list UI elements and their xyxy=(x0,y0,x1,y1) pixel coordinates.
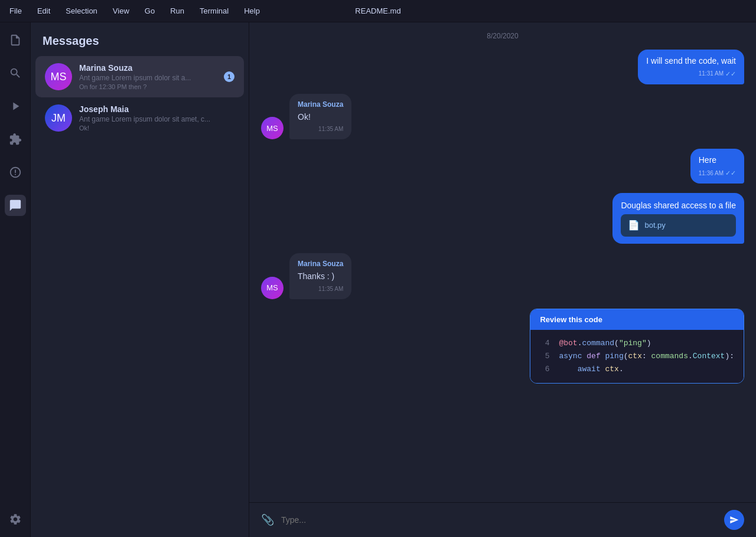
bubble-file: Douglas shared access to a file 📄 bot.py xyxy=(612,193,744,244)
menu-bar: File Edit Selection View Go Run Terminal… xyxy=(0,0,756,22)
file-caption: Douglas shared access to a file xyxy=(621,200,736,212)
unread-badge-marina: 1 xyxy=(224,71,234,82)
bubble-text-sent-1: I will send the code, wait xyxy=(646,55,736,67)
app-layout: Messages MS Marina Souza Ant game Lorem … xyxy=(0,22,756,537)
sidebar-title: Messages xyxy=(31,22,249,56)
menu-view[interactable]: View xyxy=(110,5,132,17)
activity-bar xyxy=(0,22,31,537)
chat-date: 8/20/2020 xyxy=(249,22,756,50)
filename: bot.py xyxy=(644,220,665,231)
window-title: README.md xyxy=(355,6,400,15)
activity-extensions[interactable] xyxy=(5,129,26,150)
bubble-text-sent-2: Here xyxy=(699,155,736,166)
bubble-time-sent-2: 11:36 AM ✓✓ xyxy=(699,169,736,178)
avatar-marina-msg: MS xyxy=(261,117,284,139)
avatar-marina: MS xyxy=(45,63,72,90)
bubble-sent-1: I will send the code, wait 11:31 AM ✓✓ xyxy=(638,50,744,84)
sidebar: Messages MS Marina Souza Ant game Lorem … xyxy=(31,22,249,537)
file-attachment[interactable]: 📄 bot.py xyxy=(621,214,736,237)
bubble-sender-2: Marina Souza xyxy=(298,259,343,269)
avatar-marina-msg-2: MS xyxy=(261,277,284,299)
contact-info-marina: Marina Souza Ant game Lorem ipsum dolor … xyxy=(79,63,217,90)
message-row-sent-1: I will send the code, wait 11:31 AM ✓✓ xyxy=(261,50,744,84)
bubble-time-received-1: 11:35 AM xyxy=(298,125,343,133)
check-double-icon-2: ✓✓ xyxy=(725,169,736,178)
bubble-sent-2: Here 11:36 AM ✓✓ xyxy=(690,149,744,184)
activity-chat[interactable] xyxy=(5,195,26,216)
bubble-sender-1: Marina Souza xyxy=(298,100,343,110)
code-content-5: async def ping(ctx: commands.Context): xyxy=(559,350,734,363)
menu-help[interactable]: Help xyxy=(242,5,262,17)
messages-container: I will send the code, wait 11:31 AM ✓✓ M… xyxy=(249,50,756,502)
menu-run[interactable]: Run xyxy=(168,5,187,17)
menu-go[interactable]: Go xyxy=(142,5,157,17)
contact-marina[interactable]: MS Marina Souza Ant game Lorem ipsum dol… xyxy=(35,56,244,97)
bubble-received-2: Marina Souza Thanks : ) 11:35 AM xyxy=(289,253,351,299)
code-review-bubble: Review this code 4 @bot.command("ping") … xyxy=(530,309,744,384)
bubble-time-sent-1: 11:31 AM ✓✓ xyxy=(646,70,736,78)
activity-files[interactable] xyxy=(5,30,26,51)
chat-area: 8/20/2020 I will send the code, wait 11:… xyxy=(249,22,756,537)
contact-name-marina: Marina Souza xyxy=(79,63,217,73)
attach-icon[interactable]: 📎 xyxy=(261,513,274,526)
bubble-text-received-2: Thanks : ) xyxy=(298,271,343,283)
bubble-text-received-1: Ok! xyxy=(298,112,343,123)
input-area: 📎 xyxy=(249,502,756,537)
code-block: 4 @bot.command("ping") 5 async def ping(… xyxy=(530,330,744,383)
message-row-received-2: MS Marina Souza Thanks : ) 11:35 AM xyxy=(261,253,744,299)
menu-edit[interactable]: Edit xyxy=(35,5,53,17)
contact-meta-marina: 1 xyxy=(224,71,234,82)
line-num-4: 4 xyxy=(540,337,549,350)
message-row-code: Review this code 4 @bot.command("ping") … xyxy=(261,309,744,384)
avatar-joseph: JM xyxy=(45,104,72,132)
code-line-5: 5 async def ping(ctx: commands.Context): xyxy=(540,350,734,363)
contact-status-joseph: Ok! xyxy=(79,125,234,132)
activity-settings[interactable] xyxy=(5,509,26,530)
line-num-6: 6 xyxy=(540,363,549,376)
contact-preview-joseph: Ant game Lorem ipsum dolor sit amet, c..… xyxy=(79,115,234,123)
message-input[interactable] xyxy=(281,515,717,525)
activity-run[interactable] xyxy=(5,96,26,117)
contact-name-joseph: Joseph Maia xyxy=(79,104,234,114)
bubble-received-1: Marina Souza Ok! 11:35 AM xyxy=(289,94,351,139)
message-row-received-1: MS Marina Souza Ok! 11:35 AM xyxy=(261,94,744,139)
code-line-4: 4 @bot.command("ping") xyxy=(540,337,734,350)
menu-selection[interactable]: Selection xyxy=(63,5,99,17)
bubble-time-received-2: 11:35 AM xyxy=(298,285,343,293)
activity-git[interactable] xyxy=(5,162,26,183)
code-line-6: 6 await ctx. xyxy=(540,363,734,376)
code-content-4: @bot.command("ping") xyxy=(559,337,734,350)
contact-preview-marina: Ant game Lorem ipsum dolor sit a... xyxy=(79,74,217,82)
code-content-6: await ctx. xyxy=(559,363,734,376)
code-review-header: Review this code xyxy=(530,309,744,330)
message-row-sent-2: Here 11:36 AM ✓✓ xyxy=(261,149,744,184)
menu-file[interactable]: File xyxy=(7,5,24,17)
line-num-5: 5 xyxy=(540,350,549,363)
activity-search[interactable] xyxy=(5,63,26,84)
message-row-file: Douglas shared access to a file 📄 bot.py xyxy=(261,193,744,244)
send-button[interactable] xyxy=(724,510,744,530)
contact-status-marina: On for 12:30 PM then ? xyxy=(79,83,217,90)
menu-terminal[interactable]: Terminal xyxy=(197,5,231,17)
contact-info-joseph: Joseph Maia Ant game Lorem ipsum dolor s… xyxy=(79,104,234,132)
check-double-icon: ✓✓ xyxy=(725,70,736,78)
file-doc-icon: 📄 xyxy=(628,219,640,232)
contact-joseph[interactable]: JM Joseph Maia Ant game Lorem ipsum dolo… xyxy=(35,97,244,139)
